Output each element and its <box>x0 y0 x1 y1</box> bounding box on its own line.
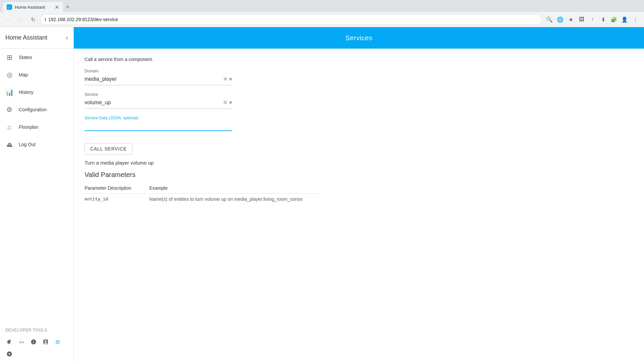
table-row: entity_id Name(s) of entities to turn vo… <box>85 194 319 205</box>
browser-toolbar: ← → ↻ ℹ 192.168.102.29:8123/dev-service … <box>0 12 644 27</box>
param-example: media_player.living_room_sonos <box>234 196 303 202</box>
dev-tool-services[interactable] <box>52 337 63 347</box>
service-data-input[interactable] <box>85 122 232 131</box>
translate-icon[interactable]: 🌐 <box>555 15 565 24</box>
param-description: Name(s) of entities to turn volume up on… <box>136 194 319 205</box>
extension-icon[interactable]: 🧩 <box>609 15 619 24</box>
param-name: entity_id <box>85 194 136 205</box>
service-actions: ✕ ▾ <box>223 99 232 106</box>
new-tab-button[interactable]: + <box>63 2 72 12</box>
address-lock-icon: ℹ <box>45 17 46 22</box>
params-col-example: Example <box>136 183 319 194</box>
menu-icon[interactable]: ⋮ <box>631 15 640 24</box>
sidebar-toggle-button[interactable]: ‹ <box>66 34 68 42</box>
sidebar-label-map: Map <box>19 72 28 77</box>
sidebar-item-states[interactable]: ⊞ States <box>0 49 73 66</box>
main-content: Services Call a service from a component… <box>74 27 644 362</box>
tab-favicon-icon <box>7 4 12 10</box>
sidebar-nav: ⊞ States ◎ Map 📊 History ⚙ Configuration… <box>0 49 73 324</box>
domain-dropdown-button[interactable]: ▾ <box>229 75 232 83</box>
service-data-label: Service Data (JSON, optional) <box>85 116 633 120</box>
dev-tool-template[interactable]: <> <box>16 337 27 347</box>
sidebar-label-history: History <box>19 89 34 95</box>
sidebar-label-configuration: Configuration <box>19 107 47 112</box>
grid-icon: ⊞ <box>5 53 13 61</box>
service-control-wrapper: ✕ ▾ <box>85 98 232 109</box>
screenshot-icon[interactable]: 🖼 <box>577 15 586 24</box>
sidebar-item-map[interactable]: ◎ Map <box>0 66 73 83</box>
bookmark-icon[interactable]: ★ <box>566 15 576 24</box>
floorplan-icon: ⌂ <box>5 123 13 131</box>
sidebar-item-configuration[interactable]: ⚙ Configuration <box>0 101 73 118</box>
sidebar-label-states: States <box>19 55 32 60</box>
params-table: Parameter Description Example entity_id … <box>85 183 319 204</box>
download-icon[interactable]: ⬇ <box>598 15 608 24</box>
sidebar-label-logout: Log Out <box>19 142 36 147</box>
browser-toolbar-right: 🔍 🌐 ★ 🖼 ↑ ⬇ 🧩 👤 ⋮ <box>545 15 640 24</box>
params-col-description: Parameter Description <box>85 183 136 194</box>
service-clear-button[interactable]: ✕ <box>223 99 228 106</box>
call-service-button[interactable]: CALL SERVICE <box>85 143 132 155</box>
logout-icon: ⏏ <box>5 140 13 148</box>
service-dropdown-button[interactable]: ▾ <box>229 99 232 106</box>
sidebar-title: Home Assistant <box>5 34 66 41</box>
sidebar-label-floorplan: Floorplan <box>19 124 38 130</box>
config-icon: ⚙ <box>5 106 13 114</box>
service-data-form-group: Service Data (JSON, optional) <box>85 116 633 131</box>
map-icon: ◎ <box>5 71 13 79</box>
profile-icon[interactable]: 👤 <box>620 15 629 24</box>
share-icon[interactable]: ↑ <box>588 15 597 24</box>
back-button[interactable]: ← <box>4 15 13 24</box>
address-text: 192.168.102.29:8123/dev-service <box>48 17 538 22</box>
browser-tab-active[interactable]: Home Assistant ✕ <box>3 2 63 12</box>
tab-close-button[interactable]: ✕ <box>55 4 59 10</box>
service-input[interactable] <box>85 98 223 107</box>
address-bar[interactable]: ℹ 192.168.102.29:8123/dev-service <box>40 14 542 25</box>
sidebar-item-floorplan[interactable]: ⌂ Floorplan <box>0 118 73 136</box>
search-icon[interactable]: 🔍 <box>545 15 554 24</box>
page-description: Call a service from a component. <box>85 57 633 62</box>
browser-chrome: Home Assistant ✕ + ← → ↻ ℹ 192.168.102.2… <box>0 0 644 27</box>
service-form-group: Service ✕ ▾ <box>85 92 633 109</box>
forward-button[interactable]: → <box>16 15 25 24</box>
dev-tool-events[interactable] <box>4 349 15 359</box>
dev-tool-info[interactable] <box>28 337 39 347</box>
sidebar: Home Assistant ‹ ⊞ States ◎ Map 📊 Histor… <box>0 27 74 362</box>
tab-title: Home Assistant <box>15 5 45 10</box>
domain-clear-button[interactable]: ✕ <box>223 75 228 83</box>
dev-tool-states[interactable] <box>40 337 51 347</box>
page-body: Call a service from a component. Domain … <box>74 49 644 362</box>
refresh-button[interactable]: ↻ <box>28 15 38 24</box>
developer-tools-label: Developer Tools <box>0 324 73 334</box>
sidebar-item-logout[interactable]: ⏏ Log Out <box>0 136 73 153</box>
domain-actions: ✕ ▾ <box>223 75 232 83</box>
service-label: Service <box>85 92 633 97</box>
page-title: Services <box>345 34 373 42</box>
history-icon: 📊 <box>5 88 13 96</box>
service-description: Turn a media player volume up <box>85 160 633 166</box>
domain-input[interactable] <box>85 75 223 83</box>
dev-tool-mqtt[interactable] <box>4 337 15 347</box>
sidebar-header: Home Assistant ‹ <box>0 27 73 49</box>
sidebar-item-history[interactable]: 📊 History <box>0 83 73 101</box>
valid-params-title: Valid Parameters <box>85 171 633 179</box>
browser-tab-bar: Home Assistant ✕ + <box>0 0 644 12</box>
domain-label: Domain <box>85 69 633 73</box>
page-header: Services <box>74 27 644 49</box>
domain-control-wrapper: ✕ ▾ <box>85 75 232 85</box>
developer-tools-icons: <> <box>0 334 73 362</box>
domain-form-group: Domain ✕ ▾ <box>85 69 633 85</box>
app: Home Assistant ‹ ⊞ States ◎ Map 📊 Histor… <box>0 27 644 362</box>
